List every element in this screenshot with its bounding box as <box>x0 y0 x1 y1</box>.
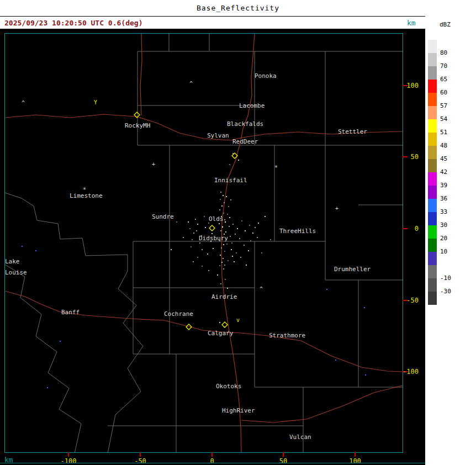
radar-echo-pixel <box>223 244 224 245</box>
radar-echo-pixel <box>208 223 209 224</box>
city-label: Sylvan <box>207 132 229 139</box>
radar-echo-pixel <box>224 202 225 203</box>
header-bar: Base_Reflectivity 2025/09/23 10:20:50 UT… <box>0 0 476 29</box>
legend-swatch-10 <box>428 239 437 252</box>
radar-echo-pixel <box>188 221 189 223</box>
legend-swatch-60 <box>428 80 437 93</box>
map-symbol-icon: ^ <box>22 100 25 106</box>
bottom-divider <box>0 463 425 463</box>
legend-value-label: 70 <box>440 62 459 70</box>
legend-swatch-33 <box>428 199 437 212</box>
radar-echo-pixel <box>207 253 208 255</box>
radar-echo-pixel <box>220 255 221 256</box>
radar-echo-pixel <box>270 239 271 240</box>
bottom-axis-tick <box>211 452 213 457</box>
municipal-boundary <box>169 34 403 51</box>
radar-echo-pixel <box>234 261 235 262</box>
legend-swatch-54 <box>428 106 437 119</box>
city-label: Limestone <box>70 192 103 199</box>
radar-echo-pixel <box>225 221 226 223</box>
radar-echo-pixel <box>230 236 231 237</box>
legend-swatch-30 <box>428 212 437 225</box>
city-label: Blackfalds <box>227 120 263 128</box>
radar-echo-pixel <box>250 240 251 241</box>
map-point-blue <box>335 360 336 361</box>
radar-echo-pixel <box>217 274 218 276</box>
radar-echo-pixel <box>221 205 223 207</box>
city-label: Ponoka <box>255 72 277 80</box>
radar-echo-pixel <box>193 261 194 262</box>
city-label: Calgary <box>208 330 234 337</box>
city-label: Sundre <box>152 213 174 220</box>
legend-value-label: 57 <box>440 102 459 109</box>
legend-swatch-51 <box>428 119 437 133</box>
city-label: Innisfail <box>214 177 247 184</box>
radar-echo-pixel <box>227 288 228 289</box>
right-axis-label: -50 <box>401 297 419 304</box>
radar-echo-pixel <box>229 164 230 165</box>
city-label: Cochrane <box>164 310 193 318</box>
radar-echo-pixel <box>221 262 223 263</box>
map-point-blue <box>326 289 327 290</box>
bottom-axis-label: 100 <box>344 457 366 465</box>
right-axis-label: 100 <box>401 82 419 89</box>
radar-map[interactable]: Yv^^^+*+*PonokaLacombeBlackfaldsSylvanRe… <box>5 34 403 452</box>
unit-label-top: km <box>407 19 416 27</box>
legend-value-label: 80 <box>440 49 459 56</box>
city-label: RockyMH <box>125 122 150 129</box>
map-symbol-icon: + <box>335 205 339 212</box>
radar-echo-pixel <box>223 213 224 214</box>
map-symbol-icon: + <box>152 161 155 167</box>
city-label: Olds <box>209 215 224 223</box>
radar-echo-pixel <box>171 249 172 250</box>
radar-echo-pixel <box>226 244 228 245</box>
legend-value-label: 36 <box>440 195 459 202</box>
map-point-blue <box>365 374 366 376</box>
radar-echo-pixel <box>232 256 233 257</box>
right-axis-label: 0 <box>401 225 419 232</box>
radar-echo-pixel <box>265 216 266 217</box>
municipal-boundary <box>5 265 81 452</box>
window-title: Base_Reflectivity <box>0 4 476 12</box>
radar-echo-pixel <box>239 238 240 239</box>
legend-value-label: -10 <box>440 274 459 282</box>
city-label: Airdrie <box>211 293 237 300</box>
radar-echo-pixel <box>204 216 205 217</box>
radar-echo-pixel <box>213 248 214 249</box>
radar-echo-pixel <box>208 270 209 271</box>
city-label: Drumheller <box>334 266 371 273</box>
highway-line <box>5 291 403 372</box>
city-label: Okotoks <box>216 383 241 390</box>
legend-value-label: 60 <box>440 89 459 96</box>
radar-echo-pixel <box>220 230 221 231</box>
legend-value-label: 45 <box>440 155 459 162</box>
radar-echo-pixel <box>245 230 246 231</box>
radar-echo-pixel <box>248 250 249 251</box>
radar-echo-pixel <box>211 233 213 234</box>
radar-echo-pixel <box>219 322 220 323</box>
radar-echo-pixel <box>236 252 237 253</box>
legend-value-label: 30 <box>440 221 459 229</box>
map-point-blue <box>47 387 48 388</box>
radar-echo-pixel <box>221 247 222 249</box>
bottom-axis-label: 0 <box>201 457 223 465</box>
legend-swatch-70 <box>428 53 437 66</box>
radar-echo-pixel <box>223 195 224 196</box>
radar-echo-pixel <box>231 249 232 250</box>
radar-echo-pixel <box>238 160 239 161</box>
city-label: Lacombe <box>239 102 265 109</box>
legend-value-label: 33 <box>440 208 459 215</box>
legend-value-label: 48 <box>440 142 459 149</box>
legend-swatch--10 <box>428 265 437 278</box>
radar-echo-pixel <box>230 199 231 200</box>
legend-swatch-36 <box>428 186 437 199</box>
legend-value-label: 20 <box>440 235 459 242</box>
legend-value-label: -30 <box>440 288 459 295</box>
radar-echo-pixel <box>220 192 221 193</box>
radar-echo-pixel <box>229 217 230 218</box>
city-label: Strathmore <box>269 332 305 339</box>
radar-echo-pixel <box>220 283 221 284</box>
map-point-blue <box>60 341 61 342</box>
legend-swatch-57 <box>428 93 437 106</box>
legend-value-label: 42 <box>440 168 459 176</box>
